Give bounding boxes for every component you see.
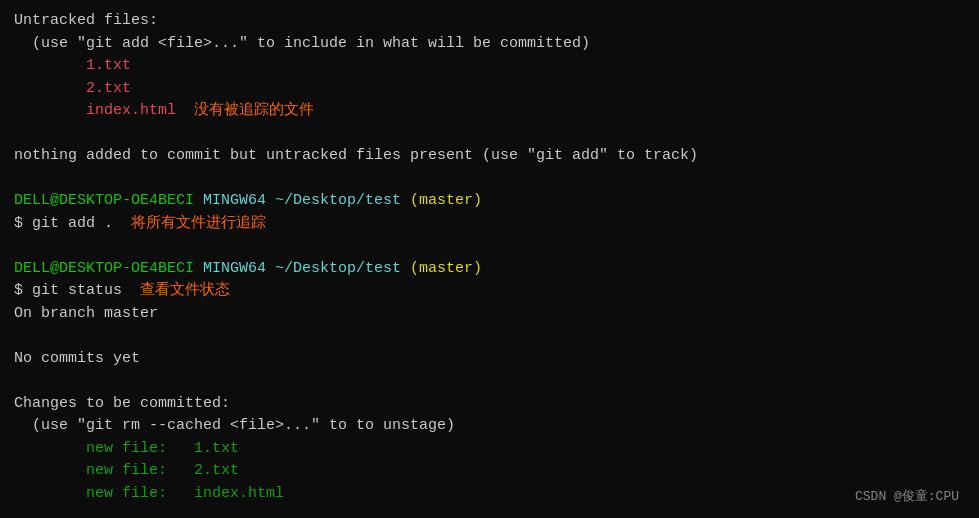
- line-git-status: $ git status 查看文件状态: [14, 280, 965, 303]
- prompt1-branch: (master): [401, 190, 482, 213]
- prompt1-user: DELL@DESKTOP-OE4BECI: [14, 190, 194, 213]
- text-changes: Changes to be committed:: [14, 393, 230, 416]
- prompt-line-1: DELL@DESKTOP-OE4BECI MINGW64 ~/Desktop/t…: [14, 190, 965, 213]
- terminal-window: Untracked files: (use "git add <file>...…: [0, 0, 979, 518]
- file-1txt: 1.txt: [14, 55, 131, 78]
- line-on-branch: On branch master: [14, 303, 965, 326]
- prompt1-shell: MINGW64: [194, 190, 266, 213]
- blank-5: [14, 370, 965, 393]
- text-untracked: Untracked files:: [14, 10, 158, 33]
- prompt2-path: ~/Desktop/test: [266, 258, 401, 281]
- annotation-git-add: 将所有文件进行追踪: [113, 213, 266, 236]
- annotation-untracked: 没有被追踪的文件: [176, 100, 314, 123]
- text-nothing-added: nothing added to commit but untracked fi…: [14, 145, 698, 168]
- line-changes: Changes to be committed:: [14, 393, 965, 416]
- line-new-1txt: new file: 1.txt: [14, 438, 965, 461]
- line-5: index.html 没有被追踪的文件: [14, 100, 965, 123]
- line-use-git-rm: (use "git rm --cached <file>..." to to u…: [14, 415, 965, 438]
- text-no-commits: No commits yet: [14, 348, 140, 371]
- prompt-line-2: DELL@DESKTOP-OE4BECI MINGW64 ~/Desktop/t…: [14, 258, 965, 281]
- line-no-commits: No commits yet: [14, 348, 965, 371]
- prompt2-branch: (master): [401, 258, 482, 281]
- blank-3: [14, 235, 965, 258]
- cmd-git-status: $ git status: [14, 280, 122, 303]
- line-new-2txt: new file: 2.txt: [14, 460, 965, 483]
- text-use-git-rm: (use "git rm --cached <file>..." to to u…: [14, 415, 455, 438]
- file-indexhtml: index.html: [14, 100, 176, 123]
- blank-1: [14, 123, 965, 146]
- blank-4: [14, 325, 965, 348]
- line-3: 1.txt: [14, 55, 965, 78]
- cmd-git-add: $ git add .: [14, 213, 113, 236]
- prompt2-user: DELL@DESKTOP-OE4BECI: [14, 258, 194, 281]
- prompt2-shell: MINGW64: [194, 258, 266, 281]
- new-file-2txt: new file: 2.txt: [14, 460, 239, 483]
- new-file-indexhtml: new file: index.html: [14, 483, 284, 506]
- line-nothing: nothing added to commit but untracked fi…: [14, 145, 965, 168]
- line-1: Untracked files:: [14, 10, 965, 33]
- watermark-text: CSDN @俊童:CPU: [855, 489, 959, 504]
- prompt1-path: ~/Desktop/test: [266, 190, 401, 213]
- line-git-add: $ git add . 将所有文件进行追踪: [14, 213, 965, 236]
- text-on-branch: On branch master: [14, 303, 158, 326]
- text-use-git-add: (use "git add <file>..." to include in w…: [14, 33, 590, 56]
- blank-2: [14, 168, 965, 191]
- line-2: (use "git add <file>..." to include in w…: [14, 33, 965, 56]
- watermark: CSDN @俊童:CPU: [855, 487, 959, 507]
- annotation-git-status: 查看文件状态: [122, 280, 230, 303]
- file-2txt: 2.txt: [14, 78, 131, 101]
- line-new-indexhtml: new file: index.html: [14, 483, 965, 506]
- new-file-1txt: new file: 1.txt: [14, 438, 239, 461]
- line-4: 2.txt: [14, 78, 965, 101]
